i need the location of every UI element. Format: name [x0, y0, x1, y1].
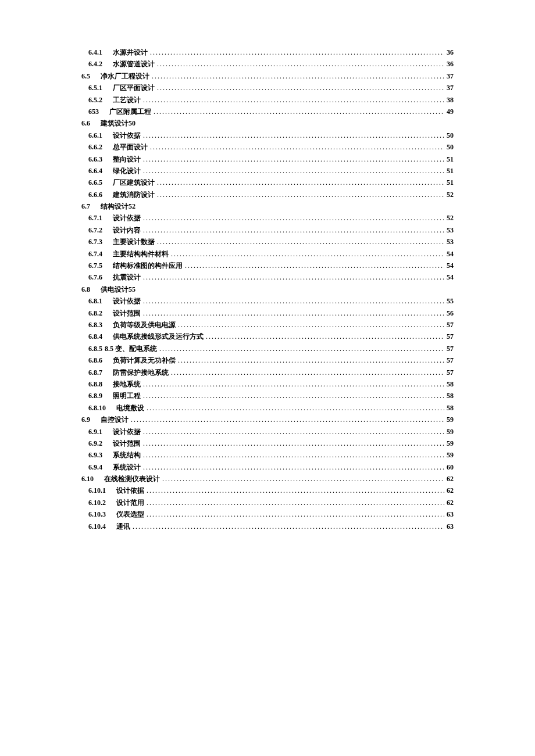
toc-title: 设计依据: [113, 212, 141, 224]
toc-page-number: 50: [447, 141, 454, 153]
toc-number: 6.7.1: [88, 212, 102, 224]
toc-leader-dots: [143, 390, 444, 402]
toc-page-number: 38: [447, 94, 454, 106]
toc-row: 6.9.4系统设计60: [81, 461, 454, 473]
toc-row: 6.6.1设计依据50: [81, 130, 454, 141]
toc-number: 6.8: [81, 284, 90, 295]
toc-page-number: 57: [447, 331, 454, 342]
toc-title: 结构设计52: [101, 200, 135, 212]
toc-page-number: 53: [447, 236, 454, 248]
toc-leader-dots: [150, 46, 444, 58]
toc-page-number: 51: [447, 165, 454, 177]
toc-number: 6.6.3: [88, 153, 102, 165]
toc-number: 6.10.3: [88, 508, 106, 520]
toc-leader-dots: [157, 58, 444, 70]
toc-title: 通讯: [116, 521, 130, 532]
toc-row: 6.8.58.5 变、配电系统57: [81, 343, 454, 354]
toc-row: 653广区附属工程49: [81, 106, 454, 117]
toc-leader-dots: [147, 497, 444, 508]
toc-leader-dots: [171, 367, 444, 378]
toc-leader-dots: [178, 319, 444, 331]
toc-number: 6.10.1: [88, 485, 106, 496]
toc-leader-dots: [157, 236, 444, 248]
toc-number: 653: [88, 106, 99, 117]
toc-number: 6.9.4: [88, 461, 102, 473]
toc-row: 6.7.6抗震设计54: [81, 271, 454, 283]
toc-title: 接地系统: [113, 378, 141, 390]
toc-title: 工艺设计: [113, 94, 141, 106]
toc-title: 供电系统接线形式及运行方式: [113, 331, 204, 342]
toc-number: 6.7: [81, 200, 90, 212]
toc-number: 6.8.7: [88, 367, 102, 378]
toc-leader-dots: [157, 189, 444, 200]
toc-leader-dots: [143, 165, 444, 177]
toc-leader-dots: [147, 508, 444, 520]
toc-row: 6.9.2设计范围59: [81, 438, 454, 449]
toc-row: 6.5.1厂区平面设计37: [81, 82, 454, 94]
toc-row: 6.8.4供电系统接线形式及运行方式57: [81, 331, 454, 342]
toc-number: 6.9.2: [88, 438, 102, 449]
toc-row: 6.7.5结构标准图的构件应用54: [81, 260, 454, 271]
toc-leader-dots: [178, 354, 444, 366]
toc-row: 6.4.1水源井设计36: [81, 46, 454, 58]
toc-leader-dots: [157, 177, 444, 188]
toc-row: 6.6.5厂区建筑设计51: [81, 177, 454, 188]
toc-number: 6.7.6: [88, 271, 102, 283]
toc-number: 6.9.3: [88, 449, 102, 461]
toc-page-number: 59: [447, 414, 454, 425]
toc-page-number: 55: [447, 295, 454, 307]
toc-title: 8.5 变、配电系统: [105, 343, 157, 354]
toc-row: 6.8.9照明工程58: [81, 390, 454, 402]
toc-title: 总平面设计: [113, 141, 148, 153]
toc-row: 6.8.1设计依据55: [81, 295, 454, 307]
toc-container: 6.4.1水源井设计366.4.2水源管道设计366.5净水厂工程设计376.5…: [81, 46, 454, 532]
toc-number: 6.6.1: [88, 130, 102, 141]
toc-number: 6.7.2: [88, 224, 102, 236]
toc-row: 6.6.3整向设计51: [81, 153, 454, 165]
toc-page-number: 63: [447, 521, 454, 532]
toc-number: 6.8.10: [88, 402, 106, 414]
toc-row: 6.10在线检测仪表设计62: [81, 473, 454, 485]
toc-page-number: 54: [447, 260, 454, 271]
toc-number: 6.6.5: [88, 177, 102, 188]
toc-page-number: 36: [447, 58, 454, 70]
toc-number: 6.8.5: [88, 343, 102, 354]
toc-page-number: 37: [447, 70, 454, 82]
toc-leader-dots: [143, 461, 444, 473]
toc-row: 6.6.2总平面设计50: [81, 141, 454, 153]
toc-row: 6.8.2设计范围56: [81, 307, 454, 319]
toc-leader-dots: [143, 449, 444, 461]
toc-title: 广区附属工程: [109, 106, 151, 117]
toc-title: 设计范围: [113, 438, 141, 449]
toc-title: 绿化设计: [113, 165, 141, 177]
toc-row: 6.9.3系统结构59: [81, 449, 454, 461]
toc-row: 6.8供电设计55: [81, 284, 454, 295]
toc-title: 仪表选型: [116, 508, 144, 520]
toc-page-number: 54: [447, 248, 454, 260]
toc-leader-dots: [162, 473, 444, 485]
toc-title: 主要结构构件材料: [113, 248, 169, 260]
toc-number: 6.10: [81, 473, 94, 485]
toc-title: 设计内容: [113, 224, 141, 236]
toc-leader-dots: [150, 141, 444, 153]
toc-number: 6.8.3: [88, 319, 102, 331]
toc-page-number: 58: [447, 402, 454, 414]
toc-row: 6.9自控设计59: [81, 414, 454, 425]
toc-title: 建筑消防设计: [113, 189, 155, 200]
toc-number: 6.8.9: [88, 390, 102, 402]
toc-number: 6.8.4: [88, 331, 102, 342]
toc-row: 6.7.3主要设计数据53: [81, 236, 454, 248]
toc-page-number: 57: [447, 354, 454, 366]
toc-row: 6.10.3仪表选型63: [81, 508, 454, 520]
toc-number: 6.5: [81, 70, 90, 82]
toc-title: 水源管道设计: [113, 58, 155, 70]
toc-number: 6.6.6: [88, 189, 102, 200]
toc-leader-dots: [143, 307, 444, 319]
toc-number: 6.5.1: [88, 82, 102, 94]
toc-row: 6.10.2设计范用62: [81, 497, 454, 508]
toc-row: 6.8.10电境敷设58: [81, 402, 454, 414]
toc-row: 6.7.1设计依据52: [81, 212, 454, 224]
toc-page-number: 57: [447, 343, 454, 354]
toc-number: 6.7.4: [88, 248, 102, 260]
toc-title: 整向设计: [113, 153, 141, 165]
